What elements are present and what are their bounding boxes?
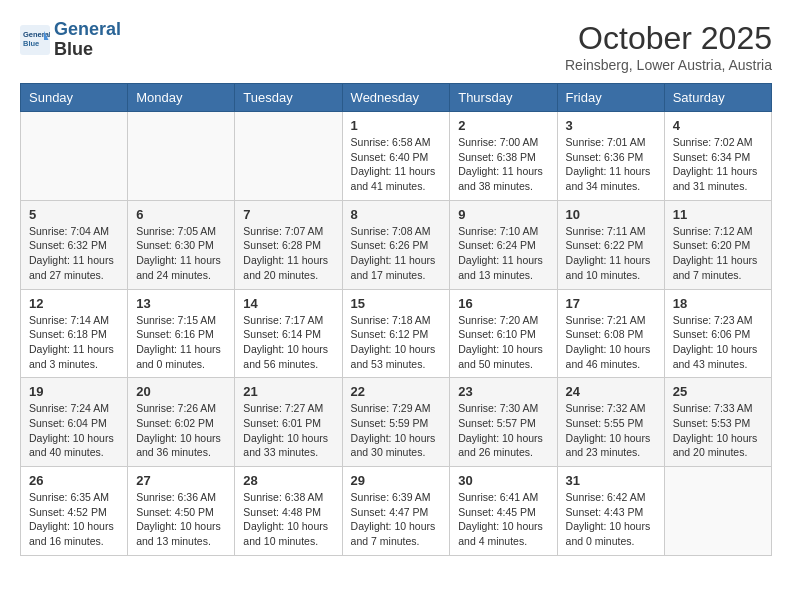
day-number: 20 [136,384,226,399]
day-cell-4: 4Sunrise: 7:02 AMSunset: 6:34 PMDaylight… [664,112,771,201]
day-number: 2 [458,118,548,133]
day-number: 22 [351,384,442,399]
day-cell-13: 13Sunrise: 7:15 AMSunset: 6:16 PMDayligh… [128,289,235,378]
day-number: 8 [351,207,442,222]
day-cell-25: 25Sunrise: 7:33 AMSunset: 5:53 PMDayligh… [664,378,771,467]
day-number: 23 [458,384,548,399]
day-detail: Sunrise: 6:38 AMSunset: 4:48 PMDaylight:… [243,490,333,549]
day-detail: Sunrise: 6:42 AMSunset: 4:43 PMDaylight:… [566,490,656,549]
day-number: 17 [566,296,656,311]
day-number: 16 [458,296,548,311]
day-detail: Sunrise: 6:35 AMSunset: 4:52 PMDaylight:… [29,490,119,549]
day-detail: Sunrise: 7:15 AMSunset: 6:16 PMDaylight:… [136,313,226,372]
day-number: 5 [29,207,119,222]
day-cell-23: 23Sunrise: 7:30 AMSunset: 5:57 PMDayligh… [450,378,557,467]
calendar-table: SundayMondayTuesdayWednesdayThursdayFrid… [20,83,772,556]
day-cell-2: 2Sunrise: 7:00 AMSunset: 6:38 PMDaylight… [450,112,557,201]
day-number: 9 [458,207,548,222]
day-cell-7: 7Sunrise: 7:07 AMSunset: 6:28 PMDaylight… [235,200,342,289]
day-cell-9: 9Sunrise: 7:10 AMSunset: 6:24 PMDaylight… [450,200,557,289]
day-cell-14: 14Sunrise: 7:17 AMSunset: 6:14 PMDayligh… [235,289,342,378]
logo-text: GeneralBlue [54,20,121,60]
day-number: 27 [136,473,226,488]
day-cell-5: 5Sunrise: 7:04 AMSunset: 6:32 PMDaylight… [21,200,128,289]
day-detail: Sunrise: 7:21 AMSunset: 6:08 PMDaylight:… [566,313,656,372]
day-cell-6: 6Sunrise: 7:05 AMSunset: 6:30 PMDaylight… [128,200,235,289]
day-number: 3 [566,118,656,133]
day-cell-27: 27Sunrise: 6:36 AMSunset: 4:50 PMDayligh… [128,467,235,556]
day-detail: Sunrise: 7:00 AMSunset: 6:38 PMDaylight:… [458,135,548,194]
day-detail: Sunrise: 7:23 AMSunset: 6:06 PMDaylight:… [673,313,763,372]
day-cell-20: 20Sunrise: 7:26 AMSunset: 6:02 PMDayligh… [128,378,235,467]
day-cell-11: 11Sunrise: 7:12 AMSunset: 6:20 PMDayligh… [664,200,771,289]
day-detail: Sunrise: 7:10 AMSunset: 6:24 PMDaylight:… [458,224,548,283]
day-header-tuesday: Tuesday [235,84,342,112]
day-number: 18 [673,296,763,311]
day-detail: Sunrise: 6:58 AMSunset: 6:40 PMDaylight:… [351,135,442,194]
day-header-monday: Monday [128,84,235,112]
day-number: 14 [243,296,333,311]
day-detail: Sunrise: 7:20 AMSunset: 6:10 PMDaylight:… [458,313,548,372]
days-header-row: SundayMondayTuesdayWednesdayThursdayFrid… [21,84,772,112]
day-detail: Sunrise: 7:11 AMSunset: 6:22 PMDaylight:… [566,224,656,283]
day-detail: Sunrise: 7:26 AMSunset: 6:02 PMDaylight:… [136,401,226,460]
day-number: 4 [673,118,763,133]
day-cell-12: 12Sunrise: 7:14 AMSunset: 6:18 PMDayligh… [21,289,128,378]
logo: General Blue GeneralBlue [20,20,121,60]
empty-cell [128,112,235,201]
day-detail: Sunrise: 6:41 AMSunset: 4:45 PMDaylight:… [458,490,548,549]
day-cell-21: 21Sunrise: 7:27 AMSunset: 6:01 PMDayligh… [235,378,342,467]
day-cell-26: 26Sunrise: 6:35 AMSunset: 4:52 PMDayligh… [21,467,128,556]
day-number: 6 [136,207,226,222]
day-detail: Sunrise: 7:32 AMSunset: 5:55 PMDaylight:… [566,401,656,460]
week-row-2: 5Sunrise: 7:04 AMSunset: 6:32 PMDaylight… [21,200,772,289]
day-number: 19 [29,384,119,399]
empty-cell [21,112,128,201]
page-header: General Blue GeneralBlue October 2025 Re… [20,20,772,73]
day-cell-18: 18Sunrise: 7:23 AMSunset: 6:06 PMDayligh… [664,289,771,378]
day-header-wednesday: Wednesday [342,84,450,112]
day-detail: Sunrise: 7:04 AMSunset: 6:32 PMDaylight:… [29,224,119,283]
day-header-sunday: Sunday [21,84,128,112]
month-title: October 2025 [565,20,772,57]
day-number: 11 [673,207,763,222]
day-detail: Sunrise: 6:36 AMSunset: 4:50 PMDaylight:… [136,490,226,549]
day-detail: Sunrise: 7:02 AMSunset: 6:34 PMDaylight:… [673,135,763,194]
day-cell-10: 10Sunrise: 7:11 AMSunset: 6:22 PMDayligh… [557,200,664,289]
day-cell-19: 19Sunrise: 7:24 AMSunset: 6:04 PMDayligh… [21,378,128,467]
day-detail: Sunrise: 7:12 AMSunset: 6:20 PMDaylight:… [673,224,763,283]
day-detail: Sunrise: 7:05 AMSunset: 6:30 PMDaylight:… [136,224,226,283]
day-cell-3: 3Sunrise: 7:01 AMSunset: 6:36 PMDaylight… [557,112,664,201]
day-header-friday: Friday [557,84,664,112]
day-number: 10 [566,207,656,222]
day-cell-17: 17Sunrise: 7:21 AMSunset: 6:08 PMDayligh… [557,289,664,378]
day-cell-1: 1Sunrise: 6:58 AMSunset: 6:40 PMDaylight… [342,112,450,201]
day-number: 15 [351,296,442,311]
day-number: 28 [243,473,333,488]
day-cell-16: 16Sunrise: 7:20 AMSunset: 6:10 PMDayligh… [450,289,557,378]
day-detail: Sunrise: 7:29 AMSunset: 5:59 PMDaylight:… [351,401,442,460]
day-cell-8: 8Sunrise: 7:08 AMSunset: 6:26 PMDaylight… [342,200,450,289]
empty-cell [664,467,771,556]
week-row-3: 12Sunrise: 7:14 AMSunset: 6:18 PMDayligh… [21,289,772,378]
location: Reinsberg, Lower Austria, Austria [565,57,772,73]
day-number: 1 [351,118,442,133]
day-number: 24 [566,384,656,399]
day-header-thursday: Thursday [450,84,557,112]
day-cell-15: 15Sunrise: 7:18 AMSunset: 6:12 PMDayligh… [342,289,450,378]
day-detail: Sunrise: 7:01 AMSunset: 6:36 PMDaylight:… [566,135,656,194]
day-number: 29 [351,473,442,488]
day-detail: Sunrise: 7:18 AMSunset: 6:12 PMDaylight:… [351,313,442,372]
day-detail: Sunrise: 7:17 AMSunset: 6:14 PMDaylight:… [243,313,333,372]
day-number: 25 [673,384,763,399]
day-cell-22: 22Sunrise: 7:29 AMSunset: 5:59 PMDayligh… [342,378,450,467]
day-cell-28: 28Sunrise: 6:38 AMSunset: 4:48 PMDayligh… [235,467,342,556]
day-cell-29: 29Sunrise: 6:39 AMSunset: 4:47 PMDayligh… [342,467,450,556]
empty-cell [235,112,342,201]
week-row-5: 26Sunrise: 6:35 AMSunset: 4:52 PMDayligh… [21,467,772,556]
day-cell-24: 24Sunrise: 7:32 AMSunset: 5:55 PMDayligh… [557,378,664,467]
week-row-4: 19Sunrise: 7:24 AMSunset: 6:04 PMDayligh… [21,378,772,467]
week-row-1: 1Sunrise: 6:58 AMSunset: 6:40 PMDaylight… [21,112,772,201]
day-detail: Sunrise: 7:14 AMSunset: 6:18 PMDaylight:… [29,313,119,372]
day-detail: Sunrise: 7:33 AMSunset: 5:53 PMDaylight:… [673,401,763,460]
